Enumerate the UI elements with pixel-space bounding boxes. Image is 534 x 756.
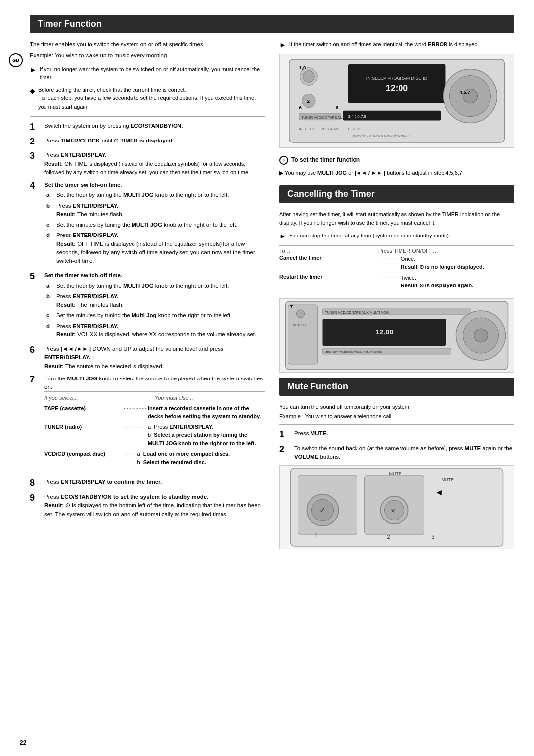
step-1: 1 Switch the system on by pressing ECO/S… bbox=[30, 122, 265, 133]
svg-text:MEMORY  CD-REPEAT  RANDOM  DIM: MEMORY CD-REPEAT RANDOM DIMMER bbox=[325, 351, 383, 354]
to-set-circle: ○ bbox=[279, 156, 288, 165]
svg-text:IN SLEEP: IN SLEEP bbox=[299, 127, 314, 131]
if-you-table: If you select... You must also... TAPE (… bbox=[44, 391, 265, 471]
svg-text:DISC ID: DISC ID bbox=[348, 127, 360, 131]
device-svg-timer: IN SLEEP PROGRAM DISC ID 12:00 1,9 2 bbox=[280, 54, 514, 147]
device-svg-cancel: IN SLEEP TUNER VCD/CD TAPE AUX MULTI-VOG… bbox=[280, 299, 514, 372]
note-icon: ◆ bbox=[30, 86, 35, 96]
step-2-num: 2 bbox=[30, 137, 41, 147]
svg-text:MUTE: MUTE bbox=[442, 477, 454, 482]
device-image-timer: IN SLEEP PROGRAM DISC ID 12:00 1,9 2 bbox=[279, 54, 514, 148]
svg-text:◂: ◂ bbox=[436, 487, 442, 497]
svg-text:12:00: 12:00 bbox=[386, 83, 408, 93]
step-4c: c Set the minutes by tuning the MULTI JO… bbox=[46, 221, 265, 229]
cancelling-intro: After having set the timer, it will star… bbox=[279, 210, 514, 228]
mute-step-2-content: To switch the sound back on (at the same… bbox=[294, 444, 514, 462]
cancel-table: To… Press TIMER ON/OFF… Cancel the timer… bbox=[279, 245, 514, 294]
cancel-row-2: Restart the timer ··············· Twice.… bbox=[279, 274, 514, 290]
note-block: ◆ Before setting the timer, check that t… bbox=[30, 86, 265, 112]
step-7-num: 7 bbox=[30, 375, 41, 385]
svg-text:3,4,5,6,7,8: 3,4,5,6,7,8 bbox=[348, 114, 367, 119]
cancelling-arrow-icon: ► bbox=[279, 231, 286, 241]
step-6: 6 Press |◄◄ /►► | DOWN and UP to adjust … bbox=[30, 345, 265, 371]
step-7: 7 Turn the MULTI JOG knob to select the … bbox=[30, 375, 265, 474]
step-8-num: 8 bbox=[30, 478, 41, 489]
step-3-num: 3 bbox=[30, 151, 41, 162]
device-image-mute: ✓ 1 × MUTE 2 ◂ 3 bbox=[279, 465, 514, 549]
intro-text: The timer enables you to switch the syst… bbox=[30, 40, 265, 48]
right-column: ► If the timer switch on and off times a… bbox=[279, 40, 514, 549]
example-label: Example: bbox=[30, 52, 53, 58]
svg-text:1,9: 1,9 bbox=[299, 65, 306, 70]
step-1-content: Switch the system on by pressing ECO/STA… bbox=[44, 122, 265, 130]
right-arrow-note: ► If the timer switch on and off times a… bbox=[279, 40, 514, 50]
svg-text:IN SLEEP: IN SLEEP bbox=[293, 324, 307, 327]
arrow-note-cancel: ► If you no longer want the system to be… bbox=[30, 65, 265, 82]
step-8: 8 Press ENTER/DISPLAY to confirm the tim… bbox=[30, 478, 265, 489]
device-svg-mute: ✓ 1 × MUTE 2 ◂ 3 bbox=[280, 466, 514, 549]
svg-text:IN SLEEP   PROGRAM   DISC ID: IN SLEEP PROGRAM DISC ID bbox=[366, 76, 427, 81]
to-set-body-text: You may use MULTI JOG or |◄◄ / ►► | butt… bbox=[285, 170, 464, 176]
step-5c: c Set the minutes by tuning the Multi Jo… bbox=[46, 311, 265, 320]
svg-text:PROGRAM: PROGRAM bbox=[321, 127, 339, 131]
step-4d: d Press ENTER/DISPLAY.Result: OFF TIME i… bbox=[46, 231, 265, 265]
step-4-content: Set the timer switch-on time. a Set the … bbox=[44, 181, 265, 267]
step-5: 5 Set the timer switch-off time. a Set t… bbox=[30, 271, 265, 341]
if-table-row-vcdcd: VCD/CD (compact disc) ········· a Load o… bbox=[44, 450, 265, 466]
svg-point-25 bbox=[297, 310, 305, 318]
svg-point-33 bbox=[474, 329, 488, 342]
step-6-num: 6 bbox=[30, 345, 41, 356]
to-set-body: ▶ You may use MULTI JOG or |◄◄ / ►► | bu… bbox=[279, 169, 514, 177]
svg-text:12:00: 12:00 bbox=[376, 328, 394, 336]
svg-text:4,5,7: 4,5,7 bbox=[459, 89, 470, 94]
step-2-content: Press TIMER/CLOCK until ⊙ TIMER is displ… bbox=[44, 137, 265, 145]
right-arrow-note-text: If the timer switch on and off times are… bbox=[289, 40, 479, 48]
gb-badge: GB bbox=[9, 53, 23, 67]
step-8-content: Press ENTER/DISPLAY to confirm the timer… bbox=[44, 478, 265, 486]
mute-section-header: Mute Function bbox=[279, 378, 514, 396]
note-text: Before setting the timer, check that the… bbox=[38, 86, 265, 112]
svg-text:6: 6 bbox=[336, 105, 339, 110]
step-5d: d Press ENTER/DISPLAY.Result: VOL XX is … bbox=[46, 322, 265, 339]
svg-text:1: 1 bbox=[315, 532, 318, 538]
svg-text:✓: ✓ bbox=[319, 506, 326, 514]
device-image-cancelling: IN SLEEP TUNER VCD/CD TAPE AUX MULTI-VOG… bbox=[279, 298, 514, 373]
step-5-substeps: a Set the hour by tuning the MULTI JOG k… bbox=[46, 282, 265, 339]
step-4: 4 Set the timer switch-on time. a Set th… bbox=[30, 181, 265, 267]
mute-step-2: 2 To switch the sound back on (at the sa… bbox=[279, 444, 514, 462]
svg-point-5 bbox=[303, 71, 315, 83]
step-9: 9 Press ECO/STANDBY/ON to set the system… bbox=[30, 493, 265, 519]
step-5-num: 5 bbox=[30, 271, 41, 282]
svg-text:2: 2 bbox=[307, 98, 310, 104]
step-2: 2 Press TIMER/CLOCK until ⊙ TIMER is dis… bbox=[30, 137, 265, 147]
arrow-icon-right: ► bbox=[279, 40, 286, 50]
svg-text:×: × bbox=[391, 507, 395, 515]
step-9-content: Press ECO/STANDBY/ON to set the system t… bbox=[44, 493, 265, 519]
mute-step-2-num: 2 bbox=[279, 444, 290, 455]
step-3-content: Press ENTER/DISPLAY. Result: ON TIME is … bbox=[44, 151, 265, 177]
page-number: 22 bbox=[20, 739, 26, 746]
step-9-num: 9 bbox=[30, 493, 41, 504]
svg-text:6: 6 bbox=[299, 105, 302, 110]
two-col-layout: The timer enables you to switch the syst… bbox=[30, 40, 514, 549]
step-3: 3 Press ENTER/DISPLAY. Result: ON TIME i… bbox=[30, 151, 265, 177]
step-7-content: Turn the MULTI JOG knob to select the so… bbox=[44, 375, 265, 474]
cancel-row-1: Cancel the timer ··············· Once. R… bbox=[279, 255, 514, 271]
arrow-icon: ► bbox=[30, 65, 37, 75]
step-5-content: Set the timer switch-off time. a Set the… bbox=[44, 271, 265, 341]
svg-text:TUNER VCD/CD TAPE AUX: TUNER VCD/CD TAPE AUX bbox=[302, 116, 345, 119]
if-you-table-header: If you select... You must also... bbox=[44, 394, 265, 402]
step-4b: b Press ENTER/DISPLAY.Result: The minute… bbox=[46, 202, 265, 219]
if-table-row-tape: TAPE (cassette) ················ Insert … bbox=[44, 404, 265, 421]
step-5b: b Press ENTER/DISPLAY.Result: The minute… bbox=[46, 292, 265, 310]
svg-text:TUNER    VCD/CD    TAPE    AUX: TUNER VCD/CD TAPE AUX MULTI-VOG bbox=[325, 311, 389, 314]
svg-text:MUTE: MUTE bbox=[389, 472, 402, 476]
svg-text:▼: ▼ bbox=[289, 303, 294, 309]
mute-step-1-content: Press MUTE. bbox=[294, 429, 514, 438]
step-4-num: 4 bbox=[30, 181, 41, 191]
timer-section-header: Timer Function bbox=[30, 15, 514, 33]
mute-example: Example : You wish to answer a telephone… bbox=[279, 413, 514, 419]
to-set-title: ○ To set the timer function bbox=[279, 153, 514, 167]
mute-step-1-num: 1 bbox=[279, 429, 290, 440]
mute-intro: You can turn the sound off temporarily o… bbox=[279, 403, 514, 412]
